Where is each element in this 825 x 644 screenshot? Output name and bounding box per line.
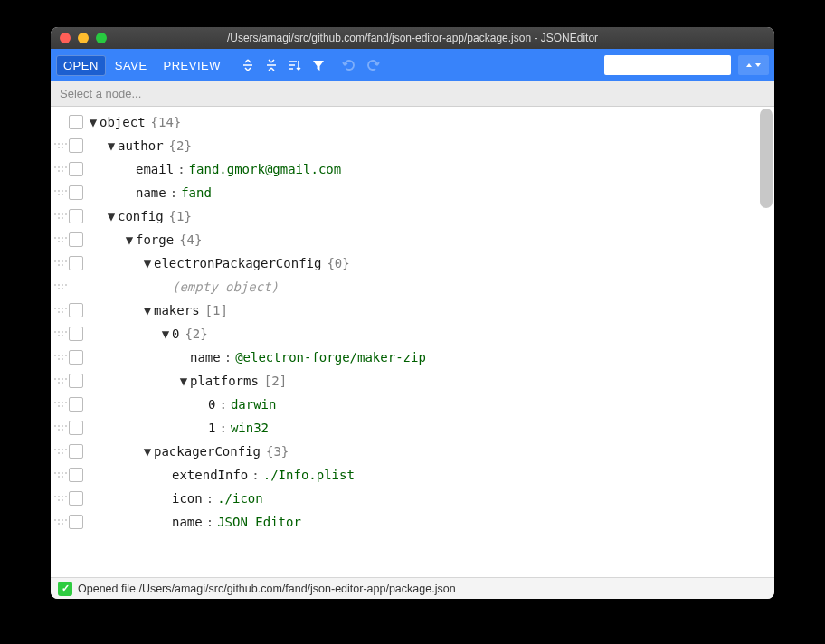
- node-key[interactable]: 0: [208, 397, 215, 412]
- save-button[interactable]: SAVE: [108, 55, 155, 76]
- minimize-window-button[interactable]: [78, 33, 89, 43]
- context-menu-button[interactable]: [69, 209, 83, 223]
- tree-row[interactable]: ▶extendInfo:./Info.plist: [51, 463, 774, 487]
- drag-handle-icon[interactable]: [54, 395, 67, 413]
- node-key[interactable]: email: [136, 162, 174, 176]
- undo-icon[interactable]: [338, 54, 360, 76]
- expand-all-icon[interactable]: [237, 54, 259, 76]
- tree-row[interactable]: ▶name:@electron-forge/maker-zip: [51, 346, 774, 369]
- drag-handle-icon[interactable]: [54, 137, 67, 155]
- sort-icon[interactable]: [284, 54, 306, 76]
- drag-handle-icon[interactable]: [54, 419, 67, 437]
- context-menu-button[interactable]: [69, 515, 83, 529]
- drag-handle-icon[interactable]: [54, 325, 67, 343]
- drag-handle-icon[interactable]: [54, 348, 67, 366]
- context-menu-button[interactable]: [69, 397, 83, 412]
- drag-handle-icon[interactable]: [54, 442, 67, 460]
- node-key[interactable]: name: [190, 350, 221, 365]
- filter-icon[interactable]: [308, 54, 329, 76]
- context-menu-button[interactable]: [69, 115, 83, 129]
- caret-down-icon[interactable]: ▼: [123, 232, 136, 247]
- drag-handle-icon[interactable]: [54, 160, 67, 178]
- context-menu-button[interactable]: [69, 303, 83, 317]
- tree-row[interactable]: ▼electronPackagerConfig{0}: [51, 251, 774, 275]
- context-menu-button[interactable]: [69, 421, 83, 435]
- drag-handle-icon[interactable]: [54, 513, 67, 531]
- tree-row[interactable]: ▶1:win32: [51, 416, 774, 440]
- node-value[interactable]: ./Info.plist: [263, 468, 355, 482]
- node-key[interactable]: author: [118, 138, 164, 153]
- context-menu-button[interactable]: [69, 256, 83, 270]
- node-value[interactable]: win32: [231, 421, 269, 435]
- collapse-all-icon[interactable]: [261, 54, 282, 76]
- node-key[interactable]: object: [100, 115, 146, 129]
- node-key[interactable]: packagerConfig: [154, 444, 261, 459]
- tree-row[interactable]: ▶0:darwin: [51, 393, 774, 416]
- node-value[interactable]: fand.gmork@gmail.com: [189, 162, 342, 176]
- tree-row[interactable]: ▼forge{4}: [51, 228, 774, 251]
- node-key[interactable]: forge: [136, 232, 174, 247]
- context-menu-button[interactable]: [69, 468, 83, 482]
- drag-handle-icon[interactable]: [54, 372, 67, 390]
- context-menu-button[interactable]: [69, 374, 83, 388]
- caret-down-icon[interactable]: ▼: [141, 444, 154, 459]
- caret-down-icon[interactable]: ▼: [105, 138, 118, 153]
- search-box[interactable]: [604, 55, 731, 75]
- node-key[interactable]: name: [136, 185, 166, 200]
- context-menu-button[interactable]: [69, 327, 83, 341]
- json-tree[interactable]: ▼object{14}▼author{2}▶email:fand.gmork@g…: [51, 107, 774, 577]
- tree-row[interactable]: ▼object{14}: [51, 110, 774, 134]
- context-menu-button[interactable]: [69, 232, 83, 247]
- context-menu-button[interactable]: [69, 444, 83, 459]
- node-path-bar[interactable]: Select a node...: [51, 81, 774, 107]
- caret-down-icon[interactable]: ▼: [177, 374, 190, 388]
- tree-row[interactable]: ▶(empty object): [51, 275, 774, 298]
- drag-handle-icon[interactable]: [54, 489, 67, 507]
- tree-row[interactable]: ▼author{2}: [51, 134, 774, 157]
- node-key[interactable]: extendInfo: [172, 468, 248, 482]
- caret-down-icon[interactable]: ▼: [141, 256, 154, 270]
- node-key[interactable]: platforms: [190, 374, 259, 388]
- caret-down-icon[interactable]: ▼: [87, 115, 100, 129]
- caret-down-icon[interactable]: ▼: [141, 303, 154, 317]
- close-window-button[interactable]: [60, 33, 71, 43]
- scrollbar-thumb[interactable]: [760, 109, 773, 208]
- drag-handle-icon[interactable]: [54, 278, 67, 296]
- node-key[interactable]: 0: [172, 327, 179, 341]
- preview-button[interactable]: PREVIEW: [156, 55, 228, 76]
- tree-row[interactable]: ▼packagerConfig{3}: [51, 440, 774, 463]
- context-menu-button[interactable]: [69, 491, 83, 506]
- context-menu-button[interactable]: [69, 138, 83, 153]
- tree-row[interactable]: ▼config{1}: [51, 204, 774, 228]
- drag-handle-icon[interactable]: [54, 231, 67, 249]
- context-menu-button[interactable]: [69, 185, 83, 200]
- tree-row[interactable]: ▼platforms[2]: [51, 369, 774, 393]
- search-input[interactable]: [613, 58, 753, 72]
- drag-handle-icon[interactable]: [54, 466, 67, 484]
- context-menu-button[interactable]: [69, 350, 83, 365]
- tree-row[interactable]: ▶icon:./icon: [51, 487, 774, 510]
- tree-row[interactable]: ▶name:JSON Editor: [51, 510, 774, 534]
- node-value[interactable]: fand: [181, 185, 212, 200]
- tree-row[interactable]: ▼makers[1]: [51, 298, 774, 322]
- redo-icon[interactable]: [362, 54, 384, 76]
- drag-handle-icon[interactable]: [54, 254, 67, 272]
- context-menu-button[interactable]: [69, 162, 83, 176]
- view-mode-dropdown[interactable]: [738, 55, 769, 75]
- node-value[interactable]: JSON Editor: [217, 515, 301, 529]
- caret-down-icon[interactable]: ▼: [159, 327, 172, 341]
- node-value[interactable]: @electron-forge/maker-zip: [235, 350, 426, 365]
- node-key[interactable]: electronPackagerConfig: [154, 256, 321, 270]
- drag-handle-icon[interactable]: [54, 184, 67, 202]
- tree-row[interactable]: ▶email:fand.gmork@gmail.com: [51, 157, 774, 181]
- caret-down-icon[interactable]: ▼: [105, 209, 118, 223]
- node-key[interactable]: 1: [208, 421, 215, 435]
- open-button[interactable]: OPEN: [56, 55, 106, 76]
- node-key[interactable]: name: [172, 515, 203, 529]
- drag-handle-icon[interactable]: [54, 301, 67, 319]
- node-key[interactable]: icon: [172, 491, 203, 506]
- drag-handle-icon[interactable]: [54, 207, 67, 225]
- node-key[interactable]: makers: [154, 303, 200, 317]
- tree-row[interactable]: ▼0{2}: [51, 322, 774, 346]
- zoom-window-button[interactable]: [96, 33, 107, 43]
